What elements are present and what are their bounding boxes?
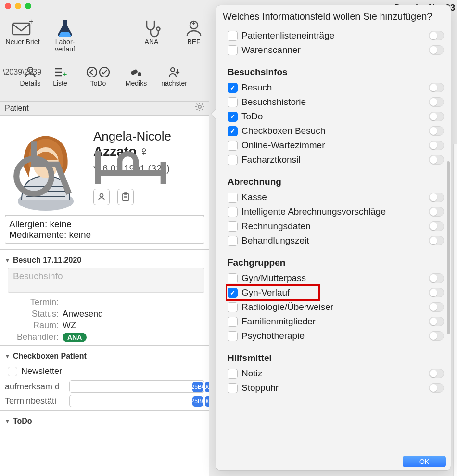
toggle-switch[interactable] bbox=[429, 331, 444, 341]
toggle-switch[interactable] bbox=[429, 45, 444, 55]
newsletter-checkbox-row[interactable]: Newsletter bbox=[8, 366, 204, 376]
checkbox-icon[interactable] bbox=[228, 141, 238, 151]
info-field-option[interactable]: Facharztkonsil bbox=[228, 153, 447, 167]
checkbox-icon[interactable] bbox=[228, 331, 238, 341]
toggle-switch[interactable] bbox=[429, 369, 444, 378]
checkbox-icon[interactable] bbox=[228, 112, 238, 122]
maximize-window-icon[interactable] bbox=[25, 3, 31, 9]
liste-button[interactable]: + Liste bbox=[46, 65, 74, 87]
group-title: Hilfsmittel bbox=[228, 353, 447, 363]
window-traffic-lights[interactable] bbox=[5, 3, 31, 9]
toggle-switch[interactable] bbox=[429, 112, 444, 121]
terminbest-dropdown[interactable]: \25BC \00BB bbox=[69, 395, 204, 407]
info-field-option[interactable]: Rechnungsdaten bbox=[228, 219, 447, 233]
checkbox-icon[interactable] bbox=[228, 273, 238, 283]
toggle-switch[interactable] bbox=[429, 273, 444, 283]
mediks-button[interactable]: Mediks bbox=[122, 65, 150, 87]
option-label: Notiz bbox=[241, 368, 262, 379]
info-field-option[interactable]: Kasse bbox=[228, 190, 447, 205]
toggle-switch[interactable] bbox=[429, 141, 444, 150]
info-field-option[interactable]: Intelligente Abrechnungsvorschläge bbox=[228, 205, 447, 219]
toggle-switch[interactable] bbox=[429, 288, 444, 297]
list-plus-icon: + bbox=[53, 65, 67, 79]
info-field-option[interactable]: Online-Wartezimmer bbox=[228, 138, 447, 153]
ok-button[interactable]: OK bbox=[403, 456, 446, 467]
lab-course-button[interactable]: Labor- verlauf bbox=[46, 17, 84, 53]
close-window-icon[interactable] bbox=[5, 3, 11, 9]
toggle-switch[interactable] bbox=[429, 83, 444, 92]
info-field-option[interactable]: Besuchshistorie bbox=[228, 95, 447, 109]
toggle-switch[interactable] bbox=[429, 155, 444, 165]
info-field-option[interactable]: Checkboxen Besuch bbox=[228, 124, 447, 138]
terminbest-label: Terminbestäti bbox=[5, 396, 67, 406]
toolbar-expand[interactable]: \2039\2039 bbox=[3, 65, 14, 77]
option-label: Facharztkonsil bbox=[241, 154, 301, 165]
besuch-section-title[interactable]: Besuch 17.11.2020 bbox=[5, 253, 204, 268]
divider bbox=[79, 66, 79, 89]
checkbox-icon[interactable] bbox=[228, 83, 238, 93]
toggle-switch[interactable] bbox=[429, 221, 444, 231]
gear-icon[interactable] bbox=[195, 102, 204, 114]
toggle-switch[interactable] bbox=[429, 31, 444, 40]
checkbox-section-title[interactable]: Checkboxen Patient bbox=[5, 349, 204, 363]
chevron-down-icon[interactable]: \25BC bbox=[192, 396, 203, 407]
stethoscope-icon bbox=[142, 17, 161, 39]
info-field-option[interactable]: Gyn-Verlauf bbox=[228, 285, 447, 300]
toggle-switch[interactable] bbox=[429, 317, 444, 326]
info-field-option[interactable]: Familienmitglieder bbox=[228, 314, 447, 329]
checkbox-icon[interactable] bbox=[228, 97, 238, 107]
patient-notes[interactable]: Allergien: keine Medikamente: keine bbox=[5, 216, 204, 244]
info-field-option[interactable]: Psychotherapie bbox=[228, 329, 447, 343]
checkbox-icon[interactable] bbox=[228, 31, 238, 41]
double-chevron-icon[interactable]: \00BB bbox=[205, 382, 209, 392]
todo-button[interactable]: ToDo bbox=[84, 65, 112, 87]
info-field-option[interactable]: Stoppuhr bbox=[228, 381, 447, 395]
info-field-option[interactable]: Gyn/Mutterpass bbox=[228, 271, 447, 285]
checkbox-icon[interactable] bbox=[228, 221, 238, 232]
toggle-switch[interactable] bbox=[429, 302, 444, 312]
ana-button[interactable]: ANA bbox=[133, 17, 170, 46]
info-field-option[interactable]: Patientenlisteneinträge bbox=[228, 28, 447, 43]
naechster-button[interactable]: nächster bbox=[160, 65, 188, 87]
double-chevron-icon[interactable]: \00BB bbox=[205, 396, 209, 407]
info-field-option[interactable]: Besuch bbox=[228, 80, 447, 95]
checkbox-icon[interactable] bbox=[228, 288, 238, 298]
group-title: Besuchsinfos bbox=[228, 67, 447, 77]
checkbox-icon[interactable] bbox=[228, 126, 238, 136]
main-toolbar: + Neuer Brief Labor- verlauf ANA bbox=[0, 14, 216, 58]
toggle-switch[interactable] bbox=[429, 126, 444, 136]
checkbox-icon[interactable] bbox=[228, 236, 238, 246]
toggle-switch[interactable] bbox=[429, 207, 444, 217]
checkbox-icon[interactable] bbox=[228, 207, 238, 217]
todo-section-title[interactable]: ToDo bbox=[5, 414, 204, 428]
details-button[interactable]: Details bbox=[16, 65, 44, 87]
checkbox-icon[interactable] bbox=[228, 317, 238, 327]
besuchsinfo-input[interactable]: Besuchsinfo bbox=[8, 268, 204, 293]
checkbox-icon[interactable] bbox=[228, 45, 238, 55]
info-field-option[interactable]: Notiz bbox=[228, 366, 447, 381]
svg-line-19 bbox=[202, 104, 203, 105]
checkbox-icon[interactable] bbox=[228, 369, 238, 379]
info-field-option[interactable]: ToDo bbox=[228, 109, 447, 124]
status-label: Status: bbox=[5, 309, 63, 319]
minimize-window-icon[interactable] bbox=[15, 3, 21, 9]
scrollbar[interactable] bbox=[447, 161, 450, 334]
svg-text:+: + bbox=[63, 70, 67, 78]
checkbox-icon[interactable] bbox=[228, 383, 238, 393]
new-letter-button[interactable]: + Neuer Brief bbox=[4, 17, 41, 46]
toggle-switch[interactable] bbox=[429, 97, 444, 107]
aufmerksam-dropdown[interactable]: \25BC \00BB bbox=[69, 380, 204, 393]
info-field-option[interactable]: Warenscanner bbox=[228, 43, 447, 57]
checkbox-icon[interactable] bbox=[228, 193, 238, 203]
ber-button[interactable]: BEF bbox=[175, 17, 213, 46]
toggle-switch[interactable] bbox=[429, 383, 444, 393]
checkbox-icon[interactable] bbox=[8, 367, 17, 376]
toggle-switch[interactable] bbox=[429, 193, 444, 202]
option-label: Warenscanner bbox=[241, 45, 301, 55]
info-field-option[interactable]: Radiologie/Überweiser bbox=[228, 300, 447, 314]
toggle-switch[interactable] bbox=[429, 236, 444, 245]
chevron-down-icon[interactable]: \25BC bbox=[192, 382, 203, 392]
checkbox-icon[interactable] bbox=[228, 155, 238, 165]
info-field-option[interactable]: Behandlungszeit bbox=[228, 233, 447, 248]
checkbox-icon[interactable] bbox=[228, 302, 238, 312]
